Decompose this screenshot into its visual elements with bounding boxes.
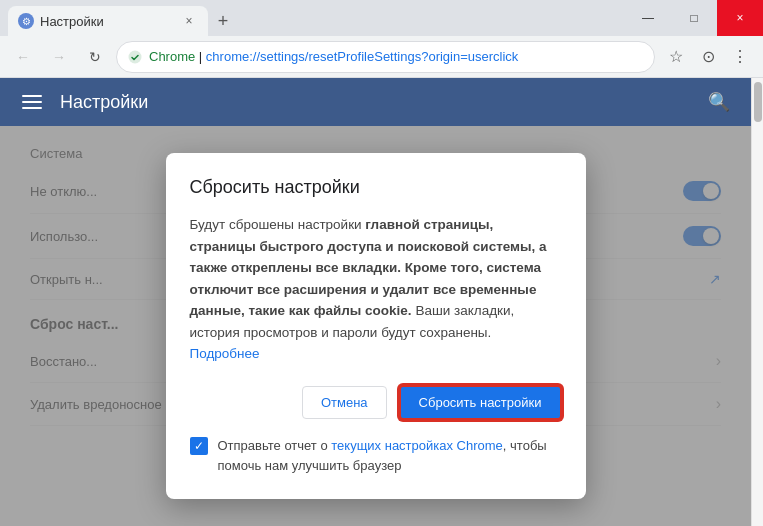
scrollbar-thumb[interactable] <box>754 82 762 122</box>
settings-search-button[interactable]: 🔍 <box>703 86 735 118</box>
refresh-button[interactable]: ↻ <box>80 42 110 72</box>
reset-settings-button[interactable]: Сбросить настройки <box>399 385 562 420</box>
tab-favicon: ⚙ <box>18 13 34 29</box>
page-content: Настройки 🔍 Система Не отклю... Использо… <box>0 78 763 526</box>
address-bar[interactable]: Chrome | chrome://settings/resetProfileS… <box>116 41 655 73</box>
cancel-button[interactable]: Отмена <box>302 386 387 419</box>
back-button[interactable]: ← <box>8 42 38 72</box>
checkbox-pre-text: Отправьте отчет о <box>218 438 332 453</box>
menu-button[interactable]: ⋮ <box>725 42 755 72</box>
tab-strip: ⚙ Настройки × + <box>0 0 625 36</box>
dialog-footer: Отмена Сбросить настройки <box>190 385 562 420</box>
maximize-button[interactable]: □ <box>671 0 717 36</box>
checkbox-label: Отправьте отчет о текущих настройках Chr… <box>218 436 562 475</box>
address-text: Chrome | chrome://settings/resetProfileS… <box>149 49 644 64</box>
dialog-overlay: Сбросить настройки Будут сброшены настро… <box>0 126 751 526</box>
reset-dialog: Сбросить настройки Будут сброшены настро… <box>166 153 586 499</box>
hamburger-line-1 <box>22 95 42 97</box>
forward-button[interactable]: → <box>44 42 74 72</box>
dialog-body-text: Будут сброшены настройки главной страниц… <box>190 217 547 340</box>
learn-more-link[interactable]: Подробнее <box>190 346 260 361</box>
settings-page-title: Настройки <box>60 92 148 113</box>
title-bar: ⚙ Настройки × + — □ × <box>0 0 763 36</box>
settings-main: Система Не отклю... Использо... Открыть … <box>0 126 751 526</box>
security-icon <box>127 49 143 65</box>
report-checkbox[interactable]: ✓ <box>190 437 208 455</box>
hamburger-menu-button[interactable] <box>16 86 48 118</box>
settings-topbar: Настройки 🔍 <box>0 78 751 126</box>
minimize-button[interactable]: — <box>625 0 671 36</box>
hamburger-line-3 <box>22 107 42 109</box>
tab-title: Настройки <box>40 14 174 29</box>
bookmark-button[interactable]: ☆ <box>661 42 691 72</box>
new-tab-button[interactable]: + <box>208 6 238 36</box>
active-tab[interactable]: ⚙ Настройки × <box>8 6 208 36</box>
window-controls: — □ × <box>625 0 763 36</box>
checkbox-checkmark: ✓ <box>194 439 204 453</box>
profile-button[interactable]: ⊙ <box>693 42 723 72</box>
window-frame: ⚙ Настройки × + — □ × ← → ↻ Chro <box>0 0 763 526</box>
toolbar: ← → ↻ Chrome | chrome://settings/resetPr… <box>0 36 763 78</box>
tab-close-button[interactable]: × <box>180 12 198 30</box>
close-button[interactable]: × <box>717 0 763 36</box>
dialog-body: Будут сброшены настройки главной страниц… <box>190 214 562 365</box>
svg-point-0 <box>129 50 142 63</box>
dialog-title: Сбросить настройки <box>190 177 562 198</box>
current-settings-link[interactable]: текущих настройках Chrome <box>331 438 503 453</box>
dialog-checkbox-row: ✓ Отправьте отчет о текущих настройках C… <box>190 436 562 475</box>
toolbar-actions: ☆ ⊙ ⋮ <box>661 42 755 72</box>
hamburger-line-2 <box>22 101 42 103</box>
scrollbar-track[interactable] <box>751 78 763 526</box>
